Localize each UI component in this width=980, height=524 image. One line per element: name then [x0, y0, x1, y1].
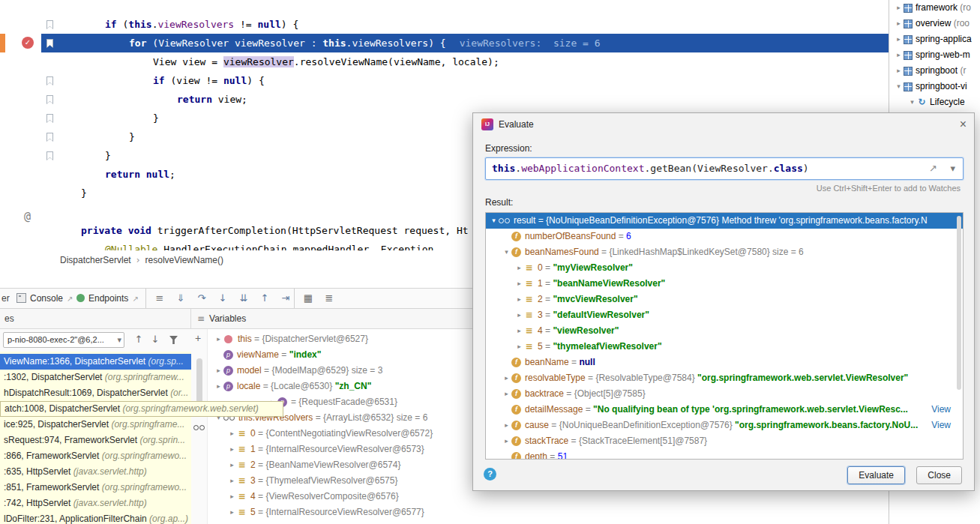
step-out-icon[interactable]: ↑ [256, 289, 273, 308]
previous-frame-icon[interactable]: ↑ [132, 331, 145, 349]
sidebar-item-springboot[interactable]: ▸springboot (r [889, 63, 980, 79]
result-row[interactable]: ▸≡0 = "myViewResolver" [486, 260, 963, 276]
sidebar-item-overview[interactable]: ▸overview (roo [889, 16, 980, 31]
frame-row[interactable]: ice:925, DispatcherServlet (org.springfr… [0, 417, 191, 433]
show-execution-point-icon[interactable]: ⇓ [172, 289, 189, 308]
next-frame-icon[interactable]: ↓ [148, 331, 162, 349]
variables-panel-header[interactable]: Variables [197, 309, 246, 328]
result-row[interactable]: ▸≡4 = "viewResolver" [486, 323, 963, 339]
frame-row[interactable]: :1302, DispatcherServlet (org.springfram… [0, 370, 191, 385]
variable-row[interactable]: ▸≡4 = {ViewResolverComposite@6576} [208, 489, 889, 505]
chevron-collapsed-icon[interactable]: ▸ [227, 442, 237, 457]
expression-input[interactable]: this.webApplicationContext.getBean(ViewR… [485, 157, 964, 180]
frame-row[interactable]: lDoFilter:231, ApplicationFilterChain (o… [0, 511, 191, 524]
bookmark-icon[interactable] [46, 114, 53, 123]
help-icon[interactable] [484, 468, 496, 481]
chevron-collapsed-icon[interactable]: ▸ [514, 276, 524, 292]
result-row[interactable]: ▸≡1 = "beanNameViewResolver" [486, 276, 963, 292]
bookmark-icon[interactable] [46, 95, 53, 104]
chevron-collapsed-icon[interactable]: ▸ [514, 323, 524, 339]
result-row[interactable]: fbeanName = null [486, 355, 963, 370]
step-over-icon[interactable]: ↷ [193, 289, 210, 308]
result-row[interactable]: ▸fstackTrace = {StackTraceElement[51]@75… [486, 433, 963, 449]
tab-console[interactable]: Console [16, 289, 73, 308]
dropdown-arrow-icon[interactable] [950, 158, 955, 179]
result-row[interactable]: fdepth = 51 [486, 449, 963, 460]
result-row[interactable]: ▸≡3 = "defaultViewResolver" [486, 307, 963, 323]
frame-row[interactable]: sRequest:974, FrameworkServlet (org.spri… [0, 433, 191, 448]
view-link[interactable]: View [931, 418, 951, 433]
force-step-into-icon[interactable]: ⇊ [235, 289, 252, 308]
close-button[interactable]: Close [916, 466, 962, 484]
chevron-collapsed-icon[interactable]: ▸ [894, 31, 904, 47]
add-watch-icon[interactable] [195, 332, 201, 344]
expand-icon[interactable] [929, 158, 937, 179]
run-to-cursor-icon[interactable]: ⇥ [277, 289, 294, 308]
chevron-collapsed-icon[interactable]: ▸ [227, 473, 237, 489]
chevron-expanded-icon[interactable]: ▾ [502, 244, 511, 260]
breadcrumb-item[interactable]: resolveViewName() [145, 255, 223, 265]
chevron-collapsed-icon[interactable]: ▸ [894, 47, 904, 63]
bookmark-icon[interactable] [46, 133, 53, 142]
scrollbar[interactable] [956, 214, 962, 458]
chevron-collapsed-icon[interactable]: ▸ [894, 0, 904, 16]
view-options-icon[interactable]: ≡ [151, 289, 168, 308]
layout-grid-icon[interactable]: ▦ [300, 289, 316, 308]
chevron-collapsed-icon[interactable]: ▸ [227, 489, 237, 505]
close-icon[interactable] [960, 113, 967, 136]
result-row[interactable]: ▸fcause = {NoUniqueBeanDefinitionExcepti… [486, 418, 963, 433]
watches-toggle-icon[interactable] [193, 425, 205, 430]
chevron-expanded-icon[interactable]: ▾ [894, 79, 904, 94]
chevron-collapsed-icon[interactable]: ▸ [514, 260, 524, 276]
result-row[interactable]: ▸≡5 = "thymeleafViewResolver" [486, 339, 963, 355]
chevron-collapsed-icon[interactable]: ▸ [502, 418, 511, 433]
hide-library-frames-icon[interactable] [169, 336, 178, 344]
chevron-collapsed-icon[interactable]: ▸ [514, 292, 524, 307]
result-row[interactable]: ▸fbacktrace = {Object[5]@7585} [486, 386, 963, 402]
sidebar-item-Lifecycle[interactable]: ▾↻Lifecycle [889, 94, 980, 110]
view-link[interactable]: View [931, 402, 951, 418]
chevron-collapsed-icon[interactable]: ▸ [227, 505, 237, 520]
result-row[interactable]: ▾fbeanNamesFound = {LinkedHashMap$Linked… [486, 244, 963, 260]
scrollbar-thumb[interactable] [957, 216, 961, 390]
chevron-collapsed-icon[interactable]: ▸ [894, 16, 904, 31]
step-into-icon[interactable]: ↓ [214, 289, 231, 308]
bookmark-icon[interactable] [46, 20, 53, 29]
result-row[interactable]: ▸fresolvableType = {ResolvableType@7584}… [486, 370, 963, 386]
frame-row[interactable]: ViewName:1366, DispatcherServlet (org.sp… [0, 354, 191, 370]
bookmark-icon[interactable] [46, 76, 53, 85]
breadcrumb-item[interactable]: DispatcherServlet [60, 255, 131, 265]
sidebar-item-springboot-vi[interactable]: ▾springboot-vi [889, 79, 980, 94]
result-row[interactable]: fnumberOfBeansFound = 6 [486, 229, 963, 244]
chevron-collapsed-icon[interactable]: ▸ [227, 457, 237, 473]
bookmark-icon[interactable] [46, 151, 53, 160]
frame-row[interactable]: :851, FrameworkServlet (org.springframew… [0, 480, 191, 496]
chevron-expanded-icon[interactable]: ▾ [489, 213, 499, 229]
chevron-collapsed-icon[interactable]: ▸ [502, 386, 511, 402]
chevron-collapsed-icon[interactable]: ▸ [502, 370, 511, 386]
frame-row[interactable]: :742, HttpServlet (javax.servlet.http) [0, 496, 191, 511]
sidebar-item-framework[interactable]: ▸framework (ro [889, 0, 980, 16]
sidebar-item-spring-applica[interactable]: ▸spring-applica [889, 31, 980, 47]
chevron-collapsed-icon[interactable]: ▸ [894, 63, 904, 79]
tab-debugger-cut[interactable]: er [1, 289, 10, 308]
chevron-collapsed-icon[interactable]: ▸ [502, 433, 511, 449]
frame-row[interactable]: :866, FrameworkServlet (org.springframew… [0, 448, 191, 464]
frame-row-expanded[interactable]: atch:1008, DispatcherServlet (org.spring… [0, 401, 283, 417]
chevron-collapsed-icon[interactable]: ▸ [214, 363, 223, 379]
result-row[interactable]: fdetailMessage = "No qualifying bean of … [486, 402, 963, 418]
more-options-icon[interactable]: ≣ [321, 289, 337, 308]
scrollbar-thumb[interactable] [196, 358, 202, 403]
result-row[interactable]: ▸≡2 = "mvcViewResolver" [486, 292, 963, 307]
chevron-collapsed-icon[interactable]: ▸ [514, 307, 524, 323]
variable-row[interactable]: ▸≡5 = {InternalResourceViewResolver@6577… [208, 505, 889, 520]
chevron-collapsed-icon[interactable]: ▸ [214, 379, 223, 394]
chevron-collapsed-icon[interactable]: ▸ [227, 426, 237, 442]
breakpoint-icon[interactable] [22, 37, 34, 49]
result-row[interactable]: ▾result = {NoUniqueBeanDefinitionExcepti… [486, 213, 963, 229]
evaluate-button[interactable]: Evaluate [847, 466, 905, 484]
chevron-expanded-icon[interactable]: ▾ [907, 94, 917, 110]
tab-endpoints[interactable]: Endpoints [76, 289, 139, 308]
chevron-collapsed-icon[interactable]: ▸ [514, 339, 524, 355]
sidebar-item-spring-web-m[interactable]: ▸spring-web-m [889, 47, 980, 63]
